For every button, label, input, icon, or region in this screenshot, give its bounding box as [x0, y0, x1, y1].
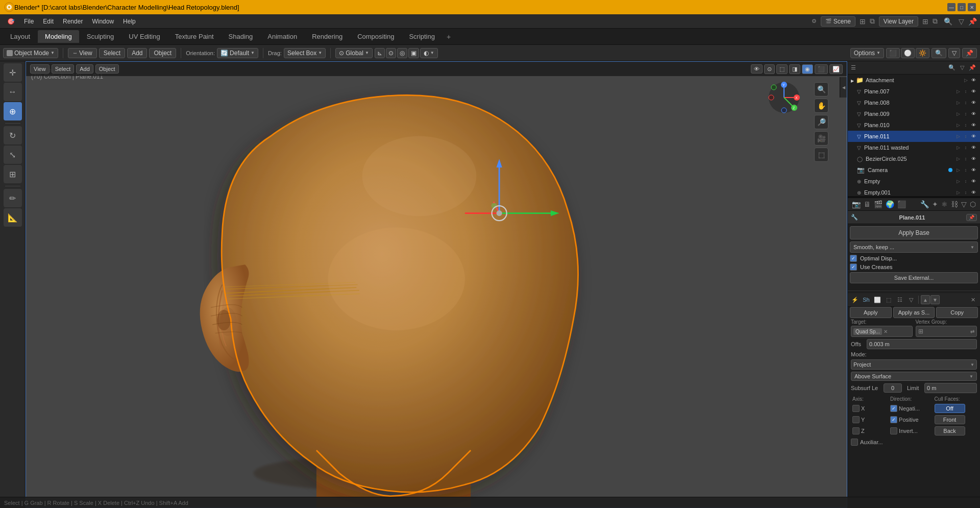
viewlayer-manage-icon[interactable]: ⊞ — [922, 17, 928, 26]
mode-dropdown[interactable]: Project ▼ — [851, 359, 977, 370]
outliner-filter-icon[interactable]: ▽ — [958, 63, 967, 72]
cursor-tool[interactable]: ✛ — [4, 63, 22, 82]
limit-value[interactable]: 0 m — [924, 383, 977, 393]
move-tool[interactable]: ↔ — [4, 83, 22, 101]
maximize-button[interactable]: □ — [958, 3, 966, 11]
outliner-item-attachment[interactable]: 📁 Attachment ▷ 👁 — [848, 75, 980, 86]
em1-restrict-icon[interactable]: ▷ — [954, 189, 962, 196]
outliner-item-beziercircle[interactable]: ◯ BezierCircle.025 ▷ ↕ 👁 — [848, 153, 980, 164]
object-menu-btn[interactable]: Object — [149, 48, 176, 58]
p011-camera-icon[interactable]: ↕ — [962, 133, 969, 140]
bc-restrict-icon[interactable]: ▷ — [954, 155, 962, 162]
tab-shading[interactable]: Shading — [222, 30, 260, 43]
offset-value-field[interactable]: 0.003 m — [867, 339, 977, 349]
shading-selector[interactable]: ◐ ▼ — [420, 48, 438, 58]
mod-filter-icon-5[interactable]: ☷ — [895, 295, 905, 305]
props-constraints-icon[interactable]: ⛓ — [950, 199, 959, 209]
menu-blender[interactable]: 🎯 — [3, 16, 19, 27]
zoom-out-btn[interactable]: 🔎 — [814, 115, 828, 129]
rendered-shade-btn[interactable]: 🔆 — [916, 48, 929, 58]
negative-checkbox[interactable] — [890, 405, 897, 412]
props-material-icon[interactable]: ⬡ — [969, 199, 977, 209]
above-surface-dropdown[interactable]: Above Surface ▼ — [851, 372, 977, 381]
props-object-icon[interactable]: ⬛ — [896, 199, 907, 209]
vp-shading1-btn[interactable]: ⬚ — [776, 64, 788, 74]
props-world-icon[interactable]: 🌍 — [885, 199, 895, 209]
target-input[interactable]: Quad Sp... ✕ — [851, 326, 913, 337]
search-icon[interactable]: 🔍 — [942, 16, 954, 27]
props-physics-icon[interactable]: ⚛ — [940, 199, 949, 209]
copy-button[interactable]: Copy — [936, 307, 978, 318]
mod-move-down-btn[interactable]: ▼ — [930, 295, 940, 304]
menu-window[interactable]: Window — [88, 16, 118, 27]
menu-render[interactable]: Render — [59, 16, 87, 27]
viewlayer-copy-icon[interactable]: ⧉ — [933, 17, 938, 26]
pin-icon[interactable]: 📌 — [968, 17, 977, 26]
invert-checkbox[interactable] — [890, 427, 897, 434]
tab-rendering[interactable]: Rendering — [305, 30, 350, 43]
solid-shade-btn[interactable]: ⬛ — [886, 48, 900, 58]
axis-indicator[interactable]: Y X Z — [766, 80, 802, 115]
mod-move-up-btn[interactable]: ▲ — [921, 295, 930, 304]
attachment-restrict-icon[interactable]: ▷ — [962, 77, 969, 84]
p010-visibility-icon[interactable]: 👁 — [970, 122, 977, 129]
p009-visibility-icon[interactable]: 👁 — [970, 110, 977, 117]
tab-modeling[interactable]: Modeling — [38, 30, 79, 43]
tab-uv-editing[interactable]: UV Editing — [121, 30, 167, 43]
pan-btn[interactable]: ✋ — [814, 99, 828, 113]
mod-close-btn[interactable]: ✕ — [968, 295, 978, 305]
bc-camera-icon[interactable]: ↕ — [962, 155, 969, 162]
outliner-item-empty001[interactable]: ⊕ Empty.001 ▷ ↕ 👁 — [848, 187, 980, 197]
view-layer-selector[interactable]: View Layer — [879, 16, 918, 27]
mod-filter-icon-3[interactable]: ⬜ — [872, 295, 883, 305]
minimize-button[interactable]: — — [947, 3, 955, 11]
vg-swap-icon[interactable]: ⇄ — [970, 329, 974, 334]
zoom-in-btn[interactable]: 🔍 — [814, 82, 828, 96]
measure-tool[interactable]: 📐 — [4, 208, 22, 227]
vp-shading3-btn[interactable]: ◉ — [802, 64, 813, 74]
subsurf-value[interactable]: 0 — [884, 383, 902, 393]
mode-selector[interactable]: Object Mode ▼ — [3, 48, 58, 58]
auxiliary-checkbox[interactable] — [851, 439, 858, 446]
p007-camera-icon[interactable]: ↕ — [962, 88, 969, 95]
3d-viewport-canvas[interactable] — [26, 62, 847, 507]
p009-camera-icon[interactable]: ↕ — [962, 110, 969, 117]
scale-tool[interactable]: ⤡ — [4, 146, 22, 164]
global-selector[interactable]: ⊙ Global ▼ — [335, 48, 373, 58]
outliner-item-plane010[interactable]: ▽ Plane.010 ▷ ↕ 👁 — [848, 119, 980, 131]
pw-restrict-icon[interactable]: ▷ — [954, 144, 962, 151]
outliner-pin-icon[interactable]: 📌 — [968, 63, 977, 72]
cam-camera-icon[interactable]: ↕ — [962, 166, 969, 174]
scene-selector[interactable]: 🎬 Scene — [821, 16, 855, 27]
tab-texture-paint[interactable]: Texture Paint — [168, 30, 221, 43]
vp-select-btn[interactable]: Select — [52, 64, 75, 74]
pin-object-btn[interactable]: 📌 — [966, 214, 977, 221]
proportional-btn[interactable]: ⊙ — [386, 48, 396, 58]
p007-visibility-icon[interactable]: 👁 — [970, 88, 977, 95]
p011-restrict-icon[interactable]: ▷ — [954, 133, 962, 140]
back-cull-btn[interactable]: Back — [935, 426, 965, 436]
filter-icon[interactable]: ▽ — [959, 17, 964, 26]
vp-view-btn[interactable]: View — [30, 64, 50, 74]
em-camera-icon[interactable]: ↕ — [962, 178, 969, 185]
optimal-disp-checkbox[interactable] — [850, 255, 857, 262]
em-visibility-icon[interactable]: 👁 — [970, 178, 977, 185]
camera-view-btn[interactable]: 🎥 — [814, 131, 828, 146]
search-btn[interactable]: 🔍 — [932, 48, 946, 58]
props-output-icon[interactable]: 🖥 — [863, 199, 872, 209]
outliner-item-plane007[interactable]: ▽ Plane.007 ▷ ↕ 👁 — [848, 86, 980, 97]
use-creases-checkbox[interactable] — [850, 263, 857, 271]
p007-restrict-icon[interactable]: ▷ — [954, 88, 962, 95]
off-cull-btn[interactable]: Off — [935, 404, 965, 413]
props-render-icon[interactable]: 📷 — [851, 199, 862, 209]
outliner-item-empty[interactable]: ⊕ Empty ▷ ↕ 👁 — [848, 176, 980, 187]
tab-animation[interactable]: Animation — [260, 30, 304, 43]
props-data-icon[interactable]: ▽ — [960, 199, 968, 209]
add-menu-btn[interactable]: Add — [127, 48, 147, 58]
view-menu-btn[interactable]: ↔ View — [68, 48, 97, 58]
vp-object-btn[interactable]: Object — [95, 64, 119, 74]
menu-file[interactable]: File — [20, 16, 38, 27]
pw-visibility-icon[interactable]: 👁 — [970, 144, 977, 151]
toggle-view-btn[interactable]: ⬚ — [814, 148, 828, 162]
outliner-search-icon[interactable]: 🔍 — [947, 63, 957, 72]
